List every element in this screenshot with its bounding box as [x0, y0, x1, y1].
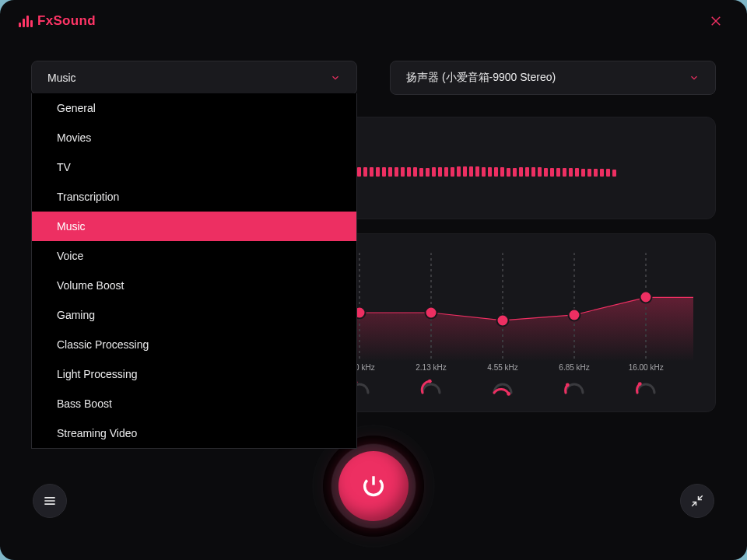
collapse-icon — [690, 494, 704, 508]
output-selector: 扬声器 (小爱音箱-9900 Stereo) — [390, 61, 716, 95]
svg-line-14 — [692, 502, 696, 506]
preset-option[interactable]: Streaming Video — [32, 418, 356, 448]
preset-option[interactable]: Volume Boost — [32, 271, 356, 300]
eq-band-track[interactable] — [573, 253, 575, 362]
spectrum-bar — [388, 167, 392, 177]
svg-line-13 — [699, 495, 703, 499]
svg-point-8 — [566, 383, 570, 387]
eq-band-label: 16.00 kHz — [626, 363, 665, 372]
selectors-row: Music GeneralMoviesTVTranscriptionMusicV… — [0, 42, 747, 95]
spectrum-bar — [500, 167, 504, 177]
spectrum-bar — [407, 167, 411, 177]
chevron-down-icon — [689, 72, 700, 83]
preset-option[interactable]: TV — [32, 152, 356, 182]
preset-option[interactable]: Bass Boost — [32, 389, 356, 418]
spectrum-bar — [569, 168, 573, 177]
preset-option[interactable]: Gaming — [32, 300, 356, 330]
eq-band-dial[interactable] — [491, 379, 514, 399]
eq-band-knob[interactable] — [496, 313, 510, 327]
spectrum-bar — [395, 167, 398, 177]
close-icon — [709, 14, 723, 28]
spectrum-bar — [531, 167, 535, 177]
svg-point-6 — [428, 380, 432, 383]
preset-option[interactable]: Classic Processing — [32, 330, 356, 359]
spectrum-bar — [469, 166, 473, 177]
spectrum-bar — [612, 170, 616, 177]
svg-point-7 — [507, 392, 510, 396]
spectrum-bar — [419, 168, 423, 177]
preset-selector: Music GeneralMoviesTVTranscriptionMusicV… — [31, 61, 357, 95]
preset-option[interactable]: Movies — [32, 123, 356, 152]
spectrum-bar — [507, 168, 510, 177]
spectrum-bar — [519, 167, 523, 177]
spectrum-bar — [475, 166, 479, 177]
spectrum-bar — [370, 167, 374, 177]
spectrum-bar — [376, 167, 380, 177]
preset-menu: GeneralMoviesTVTranscriptionMusicVoiceVo… — [31, 93, 357, 449]
spectrum-bar — [444, 167, 448, 177]
spectrum-bar — [550, 168, 554, 177]
eq-band-dial[interactable] — [634, 379, 658, 399]
eq-band-knob[interactable] — [568, 308, 581, 321]
spectrum-bar — [438, 167, 442, 177]
menu-button[interactable] — [33, 484, 67, 518]
spectrum-bar — [594, 169, 598, 177]
preset-select-value: Music — [47, 72, 76, 84]
preset-option[interactable]: Light Processing — [32, 359, 356, 389]
collapse-button[interactable] — [680, 484, 714, 518]
spectrum-bar — [513, 168, 517, 177]
output-select[interactable]: 扬声器 (小爱音箱-9900 Stereo) — [390, 61, 716, 95]
eq-band-label: 2.13 kHz — [412, 363, 451, 372]
app-window: FxSound Music GeneralMoviesTVTranscripti… — [0, 0, 747, 560]
eq-band-track[interactable] — [502, 253, 503, 362]
power-button[interactable] — [338, 451, 409, 521]
spectrum-bar — [575, 168, 579, 177]
spectrum-bar — [463, 166, 467, 177]
eq-band-dial[interactable] — [419, 379, 443, 399]
eq-band-label: 4.55 kHz — [483, 363, 522, 372]
spectrum-bar — [482, 167, 486, 177]
spectrum-bar — [488, 167, 492, 177]
preset-select[interactable]: Music — [31, 61, 357, 95]
spectrum-bar — [363, 167, 367, 177]
logo-bars-icon — [19, 16, 33, 27]
close-button[interactable] — [703, 9, 728, 33]
spectrum-bar — [556, 168, 560, 177]
spectrum-bar — [426, 168, 430, 177]
spectrum-bar — [587, 169, 591, 177]
eq-band-dial[interactable] — [563, 379, 586, 399]
spectrum-bar — [357, 167, 361, 177]
preset-option[interactable]: Transcription — [32, 182, 356, 212]
spectrum-bar — [382, 167, 386, 177]
spectrum-bar — [432, 167, 436, 177]
spectrum-bar — [606, 169, 610, 177]
spectrum-bar — [413, 167, 417, 177]
eq-band-label: 6.85 kHz — [555, 363, 594, 372]
chevron-down-icon — [330, 72, 341, 83]
spectrum-bar — [538, 167, 542, 177]
eq-band-knob[interactable] — [640, 291, 653, 304]
spectrum-bar — [544, 168, 548, 177]
eq-band-track[interactable] — [645, 253, 647, 362]
output-select-value: 扬声器 (小爱音箱-9900 Stereo) — [406, 71, 556, 85]
preset-option[interactable]: Music — [32, 212, 356, 241]
app-logo: FxSound — [19, 13, 96, 29]
svg-point-9 — [638, 382, 642, 386]
preset-option[interactable]: General — [32, 93, 356, 123]
preset-option[interactable]: Voice — [32, 241, 356, 271]
spectrum-bar — [494, 167, 498, 177]
spectrum-bar — [600, 169, 604, 177]
titlebar: FxSound — [0, 0, 747, 42]
spectrum-bar — [451, 167, 454, 177]
spectrum-bar — [563, 168, 566, 177]
spectrum-bar — [401, 167, 405, 177]
hamburger-icon — [42, 493, 58, 509]
spectrum-bar — [457, 166, 461, 177]
spectrum-bar — [581, 169, 585, 177]
power-ring — [323, 436, 424, 537]
eq-band-knob[interactable] — [424, 306, 437, 320]
power-icon — [360, 473, 387, 499]
app-name: FxSound — [37, 13, 96, 29]
spectrum-bar — [525, 167, 529, 177]
